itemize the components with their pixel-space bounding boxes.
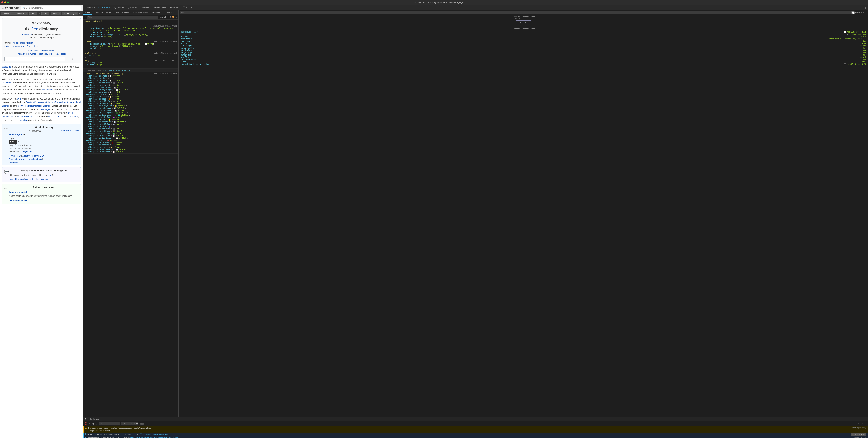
tap-computed-swatch[interactable] [844,63,846,65]
etymologies-link[interactable]: etymologies [41,89,53,91]
console-add-tab[interactable]: + [100,418,101,420]
swatch-palegreen[interactable] [114,107,116,109]
computed-swatch-color[interactable] [847,34,849,35]
copilot-explain-link[interactable]: ⓘ to explain an error. [140,433,159,435]
thesaurus-link[interactable]: thesaurus [2,82,11,84]
browse-new-entries[interactable]: New entries [27,45,38,48]
swatch-lavender[interactable] [113,135,115,137]
responsive-icon-1[interactable]: ⊡ [79,12,81,15]
swatch-darkred[interactable] [112,142,114,144]
browse-all-languages[interactable]: All languages [12,42,25,44]
computed-swatch-bg[interactable] [844,31,846,33]
shadow-icon[interactable]: ◇ [175,16,177,19]
swatch-white[interactable] [110,75,112,77]
wotd-audio[interactable]: ▶ 0:02 [9,140,17,144]
show-all-checkbox[interactable]: Show all [852,11,862,14]
tab-welcome[interactable]: ⌂ Welcome [83,5,97,10]
console-filter-input[interactable] [99,422,120,425]
appx-rhymes[interactable]: Rhymes [28,53,36,55]
layout-grid-icon[interactable]: ⊞ [169,16,171,19]
tab-elements[interactable]: </> Elements [97,5,112,10]
wotd-nominate-link[interactable]: Nominate a word [9,158,25,160]
fwotd-here-link[interactable]: here [48,174,52,177]
swatch-blue[interactable] [108,126,110,128]
console-top-icon[interactable]: ⊤ [89,422,90,425]
wotd-about-link[interactable]: About Word of the Day [22,155,44,157]
console-tab-issues[interactable]: Issues [93,418,99,420]
tab-performance[interactable]: ▷ Performance [151,5,168,10]
hover-icon[interactable]: .hov [159,16,163,19]
layout-link[interactable]: layout conventions [2,112,73,118]
tab-sources[interactable]: {} Sources [126,5,138,10]
swatch-luminousgreen[interactable] [118,114,120,116]
dont-show-button[interactable]: Don't show again [851,433,866,436]
tab-network[interactable]: ↕ Network [139,5,151,10]
appx-appendices[interactable]: Appendices [28,50,39,52]
styles-tab-dom[interactable]: DOM Breakpoints [131,10,150,15]
mobile-frontend-link[interactable]: https://www.mediawiki.org/wiki/Extension… [130,437,180,438]
console-gear-icon[interactable]: ⚙ [858,422,860,425]
wikt-lookup-button[interactable]: Look up [66,57,79,61]
wiki-link[interactable]: wiki [17,98,21,100]
browse-random[interactable]: Random word [12,45,25,48]
tab-console[interactable]: >_ Console [112,5,126,10]
gfdl-link[interactable]: GNU Free Documentation License [18,105,51,107]
console-level-select[interactable]: Default levels [121,422,138,425]
swatch-grey[interactable] [108,85,110,86]
wikt-search-input[interactable] [4,57,65,61]
console-tab-console[interactable]: Console [85,418,92,420]
swatch-deepblue[interactable] [113,133,115,134]
color-swatch[interactable] [119,45,121,47]
swatch-gold[interactable] [108,98,110,100]
browser-search-input[interactable] [26,7,80,9]
show-all-check[interactable] [852,11,855,14]
swatch-lightred[interactable] [113,151,115,153]
wotd-unimportant[interactable]: unimportant [21,150,32,153]
swatch-cyan[interactable] [108,119,110,121]
swatch-yellow[interactable] [111,103,113,105]
height-input[interactable] [41,12,49,15]
swatch-dullcyan[interactable] [113,130,115,132]
console-settings-icon[interactable]: ⊡ [865,422,867,425]
learn-more-link[interactable]: Learn more [159,433,169,435]
swatch-black[interactable] [110,77,112,80]
fwotd-about-link[interactable]: About Foreign Word of the Day [10,178,39,180]
zoom-dropdown[interactable]: 100% [51,12,61,15]
console-filter-icon[interactable]: ▽ [96,422,97,425]
tab-application[interactable]: ☰ Application [181,5,197,10]
swatch-lighterblue[interactable] [116,149,118,151]
appx-freq[interactable]: Frequency lists [38,53,52,55]
welcome-link[interactable]: Welcome [2,66,11,68]
styles-tab-styles[interactable]: Styles [83,10,92,15]
styles-tab-computed[interactable]: Computed [92,10,104,15]
browser-search-bar[interactable]: 🔍 [21,6,82,10]
swatch-orange[interactable] [111,147,113,148]
swatch-lightgrey[interactable] [114,87,116,89]
appx-abbreviations[interactable]: Abbreviations [41,50,54,52]
expand-arrow-2[interactable]: ▶ [85,41,86,43]
swatch-paleblue[interactable] [113,117,115,118]
tap-color-swatch[interactable] [124,34,126,35]
swatch-peach[interactable] [110,96,112,98]
swatch-red[interactable] [107,139,109,142]
swatch-darkblue[interactable] [113,128,115,130]
expand-arrow-1[interactable]: ▶ [85,25,86,27]
swatch-beige[interactable] [110,80,112,82]
swatch-lightblue[interactable] [114,121,116,123]
throttle-dropdown[interactable]: No throttling [62,12,78,15]
width-input[interactable] [29,12,37,15]
sandbox-link[interactable]: sandbox [20,119,28,121]
swatch-darkgrey[interactable] [113,82,115,84]
plus-icon[interactable]: + [167,16,169,19]
styles-tab-events[interactable]: Event Listeners [114,10,131,15]
swatch-dullblue[interactable] [113,124,115,125]
tab-memory[interactable]: ◉ Memory [168,5,181,10]
swatch-lightyellow[interactable] [116,137,118,139]
swatch-dullgold[interactable] [113,101,115,102]
help-link[interactable]: help pages [40,108,50,111]
wotd-feedback-link[interactable]: Leave feedback [27,158,42,160]
styles-filter-input[interactable] [87,15,158,19]
appx-thesaurus[interactable]: Thesaurus [17,53,27,55]
wotd-refresh-link[interactable]: refresh [66,129,73,132]
start-page-link[interactable]: start a page [48,116,59,118]
